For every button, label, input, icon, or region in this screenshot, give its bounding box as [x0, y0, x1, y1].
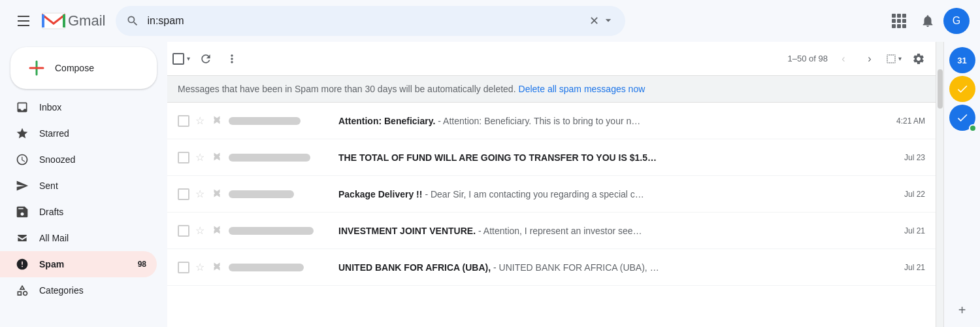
email-row-actions: ☆: [178, 224, 223, 237]
search-icon: [126, 14, 139, 27]
gmail-logo[interactable]: Gmail: [42, 12, 105, 30]
email-list: ☆ Attention: Beneficiary. - Attention: B…: [167, 103, 936, 327]
email-body: THE TOTAL OF FUND WILL ARE GOING TO TRAN…: [338, 152, 891, 163]
email-subject: Package Delivery !!: [338, 189, 422, 199]
view-options-button[interactable]: ▾: [885, 53, 902, 65]
email-subject: UNITED BANK FOR AFRICA (UBA),: [338, 262, 491, 273]
sidebar-label-sent: Sent: [39, 181, 58, 191]
chevron-view-icon: ▾: [898, 55, 902, 62]
spam-badge: 98: [138, 260, 146, 269]
email-checkbox[interactable]: [178, 262, 189, 273]
email-subject: Attention: Beneficiary.: [338, 116, 435, 126]
scrollbar-track: [936, 42, 943, 327]
refresh-icon: [199, 52, 212, 65]
table-row[interactable]: ☆ INVESTMENT JOINT VENTURE. - Attention,…: [167, 213, 936, 249]
topbar-right: G: [886, 8, 970, 34]
sender-block: [229, 154, 333, 162]
content-area: ▾ 1–50 of 98 ‹ › ▾: [167, 42, 936, 327]
avatar[interactable]: G: [943, 8, 970, 34]
sidebar-item-inbox[interactable]: Inbox: [0, 94, 157, 120]
compose-button[interactable]: Compose: [10, 47, 157, 89]
next-page-button[interactable]: ›: [859, 48, 880, 69]
email-row-actions: ☆: [178, 114, 223, 128]
table-row[interactable]: ☆ Package Delivery !! - Dear Sir, I am c…: [167, 176, 936, 213]
more-options-button[interactable]: [220, 47, 244, 71]
snooze-icon[interactable]: [210, 224, 223, 237]
scrollbar-thumb[interactable]: [938, 69, 943, 109]
select-all-area: ▾: [172, 53, 191, 65]
email-checkbox[interactable]: [178, 188, 189, 200]
categories-icon: [16, 284, 29, 297]
star-icon[interactable]: ☆: [193, 224, 206, 237]
send-icon: [16, 179, 29, 192]
contacts-widget[interactable]: [949, 105, 975, 131]
menu-button[interactable]: [10, 8, 37, 34]
allmail-icon: [16, 232, 29, 245]
more-vert-icon: [225, 52, 238, 65]
star-icon[interactable]: ☆: [193, 188, 206, 201]
email-checkbox[interactable]: [178, 152, 189, 164]
select-dropdown-button[interactable]: ▾: [186, 54, 191, 63]
search-clear-button[interactable]: ✕: [589, 15, 599, 27]
table-row[interactable]: ☆ Attention: Beneficiary. - Attention: B…: [167, 103, 936, 139]
sidebar-label-allmail: All Mail: [39, 233, 69, 243]
calendar-widget[interactable]: 31: [949, 47, 975, 73]
main-layout: Compose Inbox Starred: [0, 42, 980, 327]
snooze-icon[interactable]: [210, 261, 223, 274]
snooze-icon[interactable]: [210, 114, 223, 128]
refresh-button[interactable]: [194, 47, 218, 71]
email-checkbox[interactable]: [178, 225, 189, 237]
toolbar-right: 1–50 of 98 ‹ › ▾: [788, 47, 930, 71]
view-icon: [885, 53, 897, 65]
table-row[interactable]: ☆ THE TOTAL OF FUND WILL ARE GOING TO TR…: [167, 139, 936, 176]
notifications-button[interactable]: [915, 8, 941, 34]
sidebar-item-allmail[interactable]: All Mail: [0, 225, 157, 251]
add-widget-button[interactable]: +: [951, 298, 974, 322]
right-widgets: 31 +: [943, 42, 980, 327]
snooze-icon[interactable]: [210, 188, 223, 201]
email-snippet: - Attention, I represent an investor see…: [478, 226, 642, 236]
svg-rect-0: [42, 13, 65, 29]
email-body: UNITED BANK FOR AFRICA (UBA), - UNITED B…: [338, 262, 891, 273]
sidebar-item-sent[interactable]: Sent: [0, 173, 157, 199]
table-row[interactable]: ☆ UNITED BANK FOR AFRICA (UBA), - UNITED…: [167, 249, 936, 286]
sidebar: Compose Inbox Starred: [0, 42, 167, 327]
select-all-checkbox[interactable]: [172, 53, 184, 65]
delete-spam-link[interactable]: Delete all spam messages now: [519, 84, 645, 94]
tasks-icon: [956, 82, 969, 95]
star-nav-icon: [16, 127, 29, 140]
settings-button[interactable]: [907, 47, 930, 71]
apps-button[interactable]: [886, 8, 912, 34]
search-dropdown-button[interactable]: [602, 14, 615, 29]
sidebar-item-snoozed[interactable]: Snoozed: [0, 146, 157, 173]
hamburger-icon: [18, 16, 29, 26]
drafts-icon: [16, 205, 29, 218]
star-icon[interactable]: ☆: [193, 151, 206, 164]
snooze-icon[interactable]: [210, 151, 223, 164]
pagination-text: 1–50 of 98: [788, 54, 828, 63]
search-input[interactable]: [147, 15, 584, 27]
sidebar-item-spam[interactable]: Spam 98: [0, 251, 157, 277]
email-checkbox[interactable]: [178, 115, 189, 127]
topbar: Gmail ✕ G: [0, 0, 980, 42]
tasks-widget[interactable]: [949, 76, 975, 102]
email-subject: THE TOTAL OF FUND WILL ARE GOING TO TRAN…: [338, 152, 657, 163]
gmail-m-icon: [42, 12, 65, 30]
sidebar-item-categories[interactable]: Categories: [0, 277, 157, 303]
bell-icon: [921, 14, 935, 28]
spam-banner: Messages that have been in Spam more tha…: [167, 76, 936, 103]
sidebar-label-drafts: Drafts: [39, 207, 63, 217]
email-snippet: - UNITED BANK FOR AFRICA (UBA), …: [493, 262, 659, 273]
email-body: INVESTMENT JOINT VENTURE. - Attention, I…: [338, 226, 891, 236]
sidebar-label-snoozed: Snoozed: [39, 154, 75, 165]
compose-label: Compose: [55, 63, 94, 73]
spam-icon: [16, 258, 29, 271]
star-icon[interactable]: ☆: [193, 114, 206, 128]
clock-icon: [16, 153, 29, 166]
email-snippet: - Attention: Beneficiary. This is to bri…: [438, 116, 640, 126]
prev-page-button[interactable]: ‹: [833, 48, 854, 69]
sidebar-item-drafts[interactable]: Drafts: [0, 199, 157, 225]
star-icon[interactable]: ☆: [193, 261, 206, 274]
email-row-actions: ☆: [178, 151, 223, 164]
sidebar-item-starred[interactable]: Starred: [0, 120, 157, 146]
